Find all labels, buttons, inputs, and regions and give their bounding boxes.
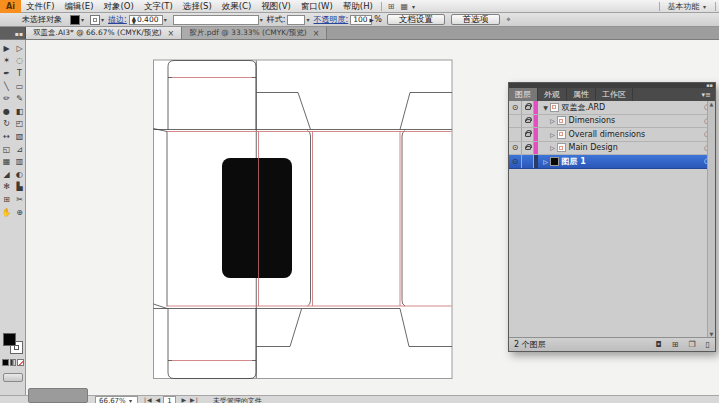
tool-line-segment[interactable]: ╲ xyxy=(0,80,13,93)
visibility-toggle[interactable]: ⊙ xyxy=(509,155,522,168)
tool-zoom[interactable]: ⊕ xyxy=(13,206,26,219)
tool-rectangle[interactable]: ▭ xyxy=(13,80,26,93)
close-icon[interactable]: × xyxy=(313,29,320,38)
tool-gradient[interactable]: ▥ xyxy=(13,155,26,168)
stroke-color-swatch[interactable] xyxy=(90,15,100,25)
toolbar-collapse-button[interactable]: ▪▪ xyxy=(0,27,26,39)
tool-symbol-sprayer[interactable]: ✻ xyxy=(0,181,13,194)
bridge-icon[interactable]: ⊞ xyxy=(385,2,398,11)
opacity-link[interactable]: 不透明度: xyxy=(313,14,348,25)
variable-width-profile-select[interactable] xyxy=(173,15,259,25)
lock-toggle[interactable] xyxy=(522,115,534,128)
layer-row[interactable]: ⊙ ▷ 图层 1 ○ xyxy=(509,155,715,169)
expand-arrow-icon[interactable]: ▼ xyxy=(542,104,550,111)
delete-layer-button[interactable]: ▯ xyxy=(706,340,710,349)
visibility-toggle[interactable]: ⊙ xyxy=(509,101,522,114)
layer-row[interactable]: ⊙ ▷ Overall dimensions ○ xyxy=(509,128,715,142)
document-tab-inactive[interactable]: 胶片.pdf @ 33.33% (CMYK/预览) × xyxy=(182,27,327,39)
make-clipping-mask-button[interactable]: ◘ xyxy=(655,340,661,349)
align-icon[interactable]: ⌖ xyxy=(503,15,514,25)
tool-shape-builder[interactable]: ◱ xyxy=(0,143,13,156)
screen-mode-flyout[interactable] xyxy=(28,388,88,403)
workspace-switcher[interactable]: 基本功能 ▾ xyxy=(663,1,712,12)
layer-row[interactable]: ⊙ ▷ Dimensions ○ xyxy=(509,115,715,129)
tool-column-graph[interactable]: ▙ xyxy=(13,181,26,194)
stroke-weight-input[interactable]: ▲▼ 0.400 xyxy=(129,15,163,25)
menu-file[interactable]: 文件(F) xyxy=(21,0,60,12)
lock-toggle[interactable] xyxy=(522,128,534,141)
menu-type[interactable]: 文字(T) xyxy=(139,0,178,12)
stroke-color-arrow-icon[interactable]: ▾ xyxy=(101,16,104,23)
screen-mode-button[interactable] xyxy=(3,373,23,382)
zoom-level-select[interactable]: 66.67% ▾ xyxy=(95,396,138,403)
tab-attributes[interactable]: 属性 xyxy=(567,88,596,101)
tool-perspective-grid[interactable]: ⊿ xyxy=(13,143,26,156)
fill-swatch[interactable] xyxy=(3,333,16,346)
tool-direct-selection[interactable]: ▷ xyxy=(13,42,26,55)
document-setup-button[interactable]: 文档设置 xyxy=(387,14,445,25)
new-sublayer-button[interactable]: ⊞ xyxy=(672,340,679,349)
stroke-weight-stepper-icon[interactable]: ▲▼ xyxy=(132,16,136,24)
artboard-nav-next[interactable]: ▶ ▶| xyxy=(182,396,199,403)
tool-mesh[interactable]: ▦ xyxy=(0,155,13,168)
tool-magic-wand[interactable]: ✶ xyxy=(0,55,13,68)
tab-layers[interactable]: 图层 xyxy=(509,88,538,101)
style-select[interactable] xyxy=(287,15,305,25)
tool-scale[interactable]: ◰ xyxy=(13,118,26,131)
scroll-down-icon[interactable]: ▼ xyxy=(710,331,714,337)
lock-toggle[interactable] xyxy=(522,142,534,155)
expand-arrow-icon[interactable]: ▷ xyxy=(549,117,557,124)
arrange-documents-arrow-icon[interactable]: ▾ xyxy=(412,3,415,10)
menu-help[interactable]: 帮助(H) xyxy=(338,0,378,12)
expand-arrow-icon[interactable]: ▷ xyxy=(549,131,557,138)
menu-effect[interactable]: 效果(C) xyxy=(217,0,257,12)
tool-blend[interactable]: ◐ xyxy=(13,168,26,181)
fill-color-swatch[interactable] xyxy=(70,15,80,25)
scroll-up-icon[interactable]: ▲ xyxy=(710,101,714,107)
tool-hand[interactable]: ✋ xyxy=(0,206,13,219)
menu-select[interactable]: 选择(S) xyxy=(178,0,217,12)
tool-lasso[interactable]: ◌ xyxy=(13,55,26,68)
variable-width-arrow-icon[interactable]: ▾ xyxy=(260,16,263,23)
visibility-toggle[interactable]: ⊙ xyxy=(509,128,522,141)
tool-width[interactable]: ↔ xyxy=(0,130,13,143)
opacity-stepper-icon[interactable]: ▶ xyxy=(370,18,374,22)
artboard-nav-prev[interactable]: |◀ ◀ xyxy=(144,396,161,403)
panel-menu-icon[interactable]: ▾≡ xyxy=(698,88,715,101)
arrange-documents-icon[interactable]: ▦ xyxy=(398,2,412,11)
artboard-nav-input[interactable]: 1 xyxy=(163,396,175,403)
app-logo-icon[interactable]: Ai xyxy=(0,0,21,13)
expand-arrow-icon[interactable]: ▷ xyxy=(542,158,550,165)
tab-appearance[interactable]: 外观 xyxy=(538,88,567,101)
menu-window[interactable]: 窗口(W) xyxy=(296,0,338,12)
color-mode-button[interactable] xyxy=(2,359,9,366)
tool-blob-brush[interactable]: ● xyxy=(0,105,13,118)
tool-selection[interactable]: ▶ xyxy=(0,42,13,55)
stroke-weight-arrow-icon[interactable]: ▾ xyxy=(164,16,167,23)
tool-eraser[interactable]: ◧ xyxy=(13,105,26,118)
preferences-button[interactable]: 首选项 xyxy=(451,14,501,25)
menu-edit[interactable]: 编辑(E) xyxy=(60,0,99,12)
style-arrow-icon[interactable]: ▾ xyxy=(306,16,309,23)
fill-color-arrow-icon[interactable]: ▾ xyxy=(81,16,84,23)
menu-view[interactable]: 视图(V) xyxy=(256,0,295,12)
tool-type[interactable]: T xyxy=(13,67,26,80)
tool-pencil[interactable]: ✎ xyxy=(13,92,26,105)
layer-row[interactable]: ⊙ ▷ Main Design ○ xyxy=(509,142,715,156)
stroke-panel-link[interactable]: 描边: xyxy=(108,14,127,25)
gradient-mode-button[interactable] xyxy=(10,359,17,366)
tool-paintbrush[interactable]: ✏ xyxy=(0,92,13,105)
tool-pen[interactable]: ✒ xyxy=(0,67,13,80)
tool-artboard[interactable]: ⊞ xyxy=(0,193,13,206)
tool-eyedropper[interactable]: ◢ xyxy=(0,168,13,181)
panel-scrollbar[interactable]: ▲ ▼ xyxy=(707,101,715,337)
menu-object[interactable]: 对象(O) xyxy=(99,0,139,12)
lock-toggle[interactable] xyxy=(522,101,534,114)
layer-row[interactable]: ⊙ ▼ 双盖盒.ARD ○ xyxy=(509,101,715,115)
none-mode-button[interactable] xyxy=(17,359,24,366)
expand-arrow-icon[interactable]: ▷ xyxy=(549,144,557,151)
lock-toggle[interactable] xyxy=(522,155,534,168)
opacity-input[interactable]: 100 ▶ xyxy=(350,15,372,25)
document-tab-active[interactable]: 双盖盒.AI3* @ 66.67% (CMYK/预览) × xyxy=(26,27,182,39)
tool-slice[interactable]: ✂ xyxy=(13,193,26,206)
